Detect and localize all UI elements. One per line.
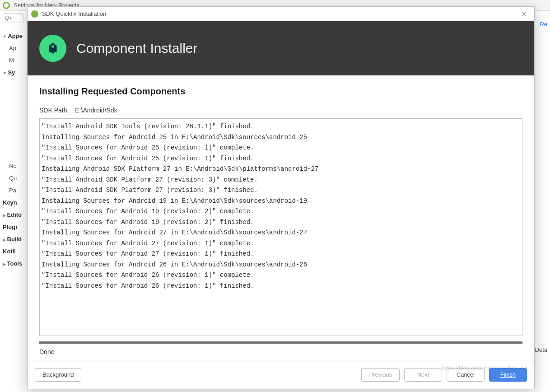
cancel-button[interactable]: Cancel	[447, 368, 485, 382]
expand-icon: ▶	[3, 238, 7, 242]
sidebar-item[interactable]: ▶ Edito	[2, 209, 26, 221]
dialog-banner: Component Installer	[28, 21, 534, 75]
close-icon[interactable]: ✕	[518, 9, 531, 19]
section-title: Installing Requested Components	[39, 86, 522, 97]
sdk-path-value: E:\Android\Sdk	[75, 107, 117, 114]
svg-point-1	[51, 45, 54, 48]
progress-bar	[39, 341, 522, 344]
dialog-titlebar: SDK Quickfix Installation ✕	[28, 7, 534, 21]
previous-button[interactable]: Previous	[361, 368, 400, 382]
progress-fill	[39, 341, 522, 344]
install-log-output[interactable]: "Install Android SDK Tools (revision: 26…	[39, 118, 522, 336]
finish-button[interactable]: Finish	[489, 368, 527, 382]
search-input[interactable]: Q ▾	[3, 13, 23, 23]
android-logo-icon	[39, 35, 66, 62]
sidebar-item[interactable]: ▼ Appe	[2, 30, 26, 42]
sidebar-item[interactable]: Ap	[2, 42, 26, 54]
sidebar-item[interactable]: Plugi	[2, 221, 26, 233]
expand-icon: ▶	[3, 213, 7, 218]
parent-right-link[interactable]: Re	[537, 18, 550, 30]
sdk-quickfix-dialog: SDK Quickfix Installation ✕ Component In…	[27, 6, 535, 389]
sdk-path-row: SDK Path: E:\Android\Sdk	[39, 107, 522, 114]
sidebar-item[interactable]: ▶ Build	[2, 233, 26, 245]
expand-icon: ▼	[3, 71, 8, 75]
android-studio-icon	[3, 2, 10, 9]
status-text: Done	[39, 348, 522, 355]
sdk-path-label: SDK Path:	[39, 107, 69, 114]
sidebar-item[interactable]: Keyn	[2, 196, 26, 209]
search-icon: Q	[5, 15, 9, 21]
settings-sidebar: ▼ AppeApM▼ SyNoQuPaKeyn▶ EditoPlugi▶ Bui…	[0, 25, 28, 392]
svg-rect-0	[51, 48, 54, 53]
sidebar-item[interactable]: Pa	[2, 184, 26, 196]
expand-icon: ▼	[3, 34, 8, 39]
sidebar-item[interactable]: ▼ Sy	[2, 66, 26, 79]
sidebar-item[interactable]: Kotli	[2, 245, 26, 257]
dialog-window-title: SDK Quickfix Installation	[42, 10, 518, 17]
banner-title: Component Installer	[76, 41, 197, 56]
expand-icon: ▶	[3, 262, 7, 266]
dialog-content: Installing Requested Components SDK Path…	[28, 75, 534, 360]
sidebar-item[interactable]: Qu	[2, 172, 26, 184]
sidebar-item[interactable]: No	[2, 160, 26, 172]
parent-bottom-right-text: Deta	[532, 344, 550, 356]
dialog-footer: Background Previous Next Cancel Finish	[28, 360, 534, 389]
sidebar-item[interactable]: M	[2, 54, 26, 66]
background-button[interactable]: Background	[35, 368, 81, 382]
sidebar-item[interactable]: ▶ Tools	[2, 257, 26, 270]
next-button[interactable]: Next	[404, 368, 442, 382]
android-studio-icon	[31, 10, 38, 18]
